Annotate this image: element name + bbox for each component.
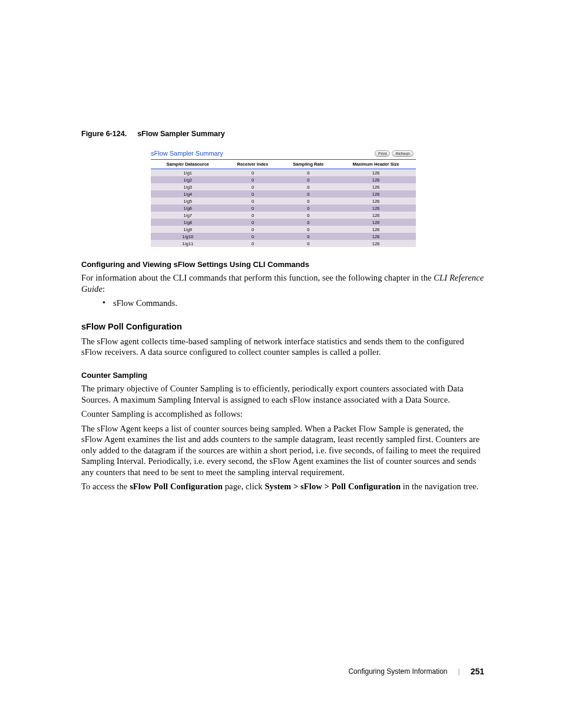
para-nav: To access the sFlow Poll Configuration p… xyxy=(81,481,485,492)
table-cell: 0 xyxy=(225,219,281,226)
table-cell: 0 xyxy=(225,190,281,197)
table-cell: 0 xyxy=(280,176,336,183)
para-cs2: Counter Sampling is accomplished as foll… xyxy=(81,409,485,420)
table-cell: 1/g5 xyxy=(151,197,225,205)
table-cell: 0 xyxy=(280,240,336,247)
table-cell: 128 xyxy=(336,226,416,233)
table-cell: 0 xyxy=(280,183,336,190)
table-cell: 0 xyxy=(225,169,281,177)
page-number: 251 xyxy=(471,667,484,676)
table-cell: 128 xyxy=(336,240,416,247)
table-cell: 0 xyxy=(280,219,336,226)
para-cs1: The primary objective of Counter Samplin… xyxy=(81,383,485,405)
table-cell: 128 xyxy=(336,176,416,183)
table-row: 1/g400128 xyxy=(151,190,416,197)
screenshot-panel: sFlow Sampler Summary Print Refresh Samp… xyxy=(151,149,416,247)
figure-title: sFlow Sampler Summary xyxy=(137,130,225,138)
panel-title: sFlow Sampler Summary xyxy=(151,150,223,157)
table-row: 1/g600128 xyxy=(151,205,416,212)
table-cell: 1/g6 xyxy=(151,205,225,212)
table-cell: 0 xyxy=(225,183,281,190)
table-cell: 128 xyxy=(336,183,416,190)
table-cell: 1/g3 xyxy=(151,183,225,190)
table-row: 1/g700128 xyxy=(151,212,416,219)
table-cell: 0 xyxy=(225,226,281,233)
table-row: 1/g100128 xyxy=(151,169,416,177)
th-datasource: Sampler Datasource xyxy=(151,160,225,169)
table-cell: 128 xyxy=(336,197,416,205)
footer-section: Configuring System Information xyxy=(348,667,447,676)
table-cell: 0 xyxy=(225,205,281,212)
table-row: 1/g800128 xyxy=(151,219,416,226)
table-cell: 128 xyxy=(336,169,416,177)
sampler-summary-table: Sampler Datasource Receiver Index Sampli… xyxy=(151,159,416,247)
table-row: 1/g200128 xyxy=(151,176,416,183)
para-cs3: The sFlow Agent keeps a list of counter … xyxy=(81,423,485,478)
table-cell: 1/g7 xyxy=(151,212,225,219)
table-row: 1/g900128 xyxy=(151,226,416,233)
table-cell: 0 xyxy=(280,169,336,177)
th-sampling-rate: Sampling Rate xyxy=(280,160,336,169)
heading-cli: Configuring and Viewing sFlow Settings U… xyxy=(81,260,485,269)
table-cell: 1/g11 xyxy=(151,240,225,247)
table-cell: 1/g4 xyxy=(151,190,225,197)
table-cell: 0 xyxy=(280,226,336,233)
table-cell: 1/g8 xyxy=(151,219,225,226)
list-item-sflow-commands: sFlow Commands. xyxy=(113,298,485,309)
print-button[interactable]: Print xyxy=(375,150,390,157)
table-cell: 0 xyxy=(225,240,281,247)
figure-number: Figure 6-124. xyxy=(81,130,127,138)
table-cell: 0 xyxy=(280,205,336,212)
table-cell: 128 xyxy=(336,233,416,240)
table-cell: 1/g9 xyxy=(151,226,225,233)
refresh-button[interactable]: Refresh xyxy=(392,150,414,157)
cli-list: sFlow Commands. xyxy=(81,298,485,309)
para-poll: The sFlow agent collects time-based samp… xyxy=(81,336,485,358)
table-cell: 128 xyxy=(336,190,416,197)
table-cell: 1/g2 xyxy=(151,176,225,183)
table-cell: 0 xyxy=(280,190,336,197)
table-cell: 1/g1 xyxy=(151,169,225,177)
page-footer: Configuring System Information | 251 xyxy=(348,667,484,676)
table-cell: 1/g10 xyxy=(151,233,225,240)
th-receiver-index: Receiver Index xyxy=(225,160,281,169)
figure-caption: Figure 6-124.sFlow Sampler Summary xyxy=(81,130,485,138)
table-cell: 0 xyxy=(280,233,336,240)
table-cell: 128 xyxy=(336,205,416,212)
th-max-header-size: Maximum Header Size xyxy=(336,160,416,169)
heading-counter-sampling: Counter Sampling xyxy=(81,371,485,380)
table-cell: 128 xyxy=(336,219,416,226)
table-row: 1/g300128 xyxy=(151,183,416,190)
table-cell: 0 xyxy=(225,212,281,219)
table-cell: 0 xyxy=(225,233,281,240)
table-cell: 128 xyxy=(336,212,416,219)
table-cell: 0 xyxy=(280,197,336,205)
table-cell: 0 xyxy=(225,197,281,205)
table-cell: 0 xyxy=(280,212,336,219)
heading-poll-config: sFlow Poll Configuration xyxy=(81,322,485,331)
table-row: 1/g1000128 xyxy=(151,233,416,240)
table-row: 1/g500128 xyxy=(151,197,416,205)
table-row: 1/g1100128 xyxy=(151,240,416,247)
para-cli: For information about the CLI commands t… xyxy=(81,272,485,294)
footer-separator: | xyxy=(458,667,460,676)
table-cell: 0 xyxy=(225,176,281,183)
